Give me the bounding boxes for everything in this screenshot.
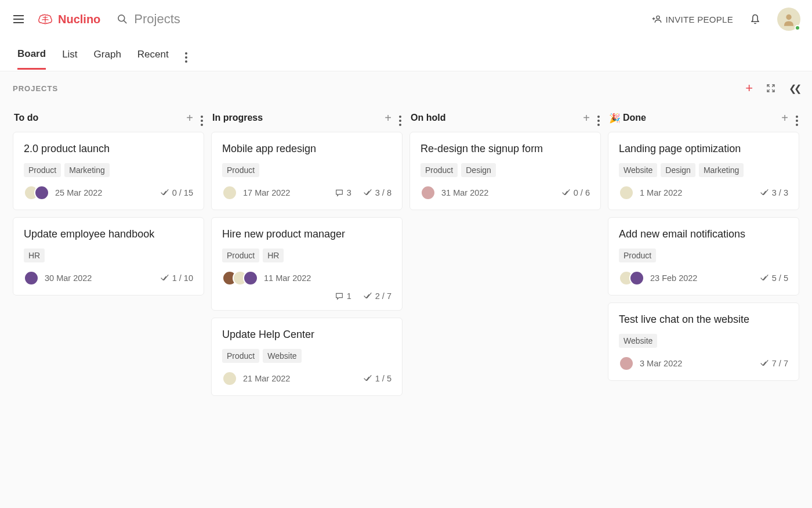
add-card-button[interactable]: + — [183, 111, 196, 124]
column-more-icon[interactable] — [201, 110, 203, 126]
checklist-count: 1 / 5 — [363, 374, 392, 383]
card-footer: 21 Mar 20221 / 5 — [222, 371, 392, 386]
breadcrumb[interactable]: Projects — [134, 12, 180, 27]
avatar — [619, 185, 634, 200]
card-date: 3 Mar 2022 — [640, 359, 682, 368]
tag: Website — [619, 334, 657, 348]
invite-people-button[interactable]: INVITE PEOPLE — [652, 14, 733, 24]
person-add-icon — [652, 14, 662, 24]
card-title: Hire new product manager — [222, 228, 392, 240]
checklist-count: 3 / 3 — [760, 188, 788, 197]
add-card-button[interactable]: + — [580, 111, 593, 124]
card-avatars — [222, 371, 237, 386]
card[interactable]: Hire new product managerProductHR11 Mar … — [211, 217, 403, 311]
tag: Product — [24, 163, 61, 177]
card-meta: 7 / 7 — [760, 359, 788, 368]
logo[interactable]: Nuclino — [37, 13, 100, 26]
card[interactable]: Landing page optimizationWebsiteDesignMa… — [608, 132, 799, 210]
tab-recent[interactable]: Recent — [137, 49, 169, 69]
presence-indicator — [795, 25, 800, 31]
menu-toggle[interactable] — [12, 12, 26, 26]
avatar — [34, 185, 49, 200]
card-footer: 30 Mar 20221 / 10 — [24, 271, 193, 286]
column-title[interactable]: On hold — [411, 113, 580, 123]
column-more-icon[interactable] — [796, 110, 798, 126]
card[interactable]: Re-design the signup formProductDesign31… — [409, 132, 601, 210]
card[interactable]: Mobile app redesignProduct17 Mar 202233 … — [211, 132, 403, 210]
card-title: Add new email notifications — [619, 228, 788, 240]
column-more-icon[interactable] — [399, 110, 401, 126]
column-header: To do+ — [13, 110, 204, 132]
card-footer: 11 Mar 2022 — [222, 271, 392, 286]
tag: Website — [619, 163, 657, 177]
tag: Product — [619, 248, 656, 262]
collapse-panel-icon[interactable]: ❮❮ — [789, 83, 799, 94]
search-icon — [117, 13, 128, 25]
tag: HR — [263, 248, 284, 262]
card[interactable]: Update employee handbookHR30 Mar 20221 /… — [13, 217, 204, 296]
current-user-avatar[interactable] — [777, 8, 800, 31]
avatar — [619, 356, 634, 371]
column-title[interactable]: To do — [14, 113, 183, 123]
card[interactable]: Update Help CenterProductWebsite21 Mar 2… — [211, 318, 403, 396]
checklist-icon — [363, 188, 372, 197]
card-date: 23 Feb 2022 — [650, 273, 697, 283]
svg-point-2 — [656, 16, 659, 19]
card-title: Mobile app redesign — [222, 143, 392, 155]
card-date: 21 Mar 2022 — [243, 374, 290, 383]
checklist-icon — [760, 188, 769, 197]
card-meta: 0 / 6 — [561, 188, 590, 197]
card-avatars — [619, 356, 634, 371]
add-column-button[interactable]: + — [745, 82, 753, 95]
column: 🎉Done+Landing page optimizationWebsiteDe… — [608, 110, 799, 396]
column-title[interactable]: In progress — [212, 113, 382, 123]
card-tags: HR — [24, 248, 193, 262]
card-meta: 3 / 3 — [760, 188, 788, 197]
checklist-icon — [363, 291, 372, 301]
card-tags: WebsiteDesignMarketing — [619, 163, 788, 177]
collapse-icon[interactable] — [766, 83, 776, 93]
tag: Product — [222, 248, 259, 262]
card[interactable]: 2.0 product launchProductMarketing25 Mar… — [13, 132, 204, 210]
comment-count: 3 — [335, 188, 351, 197]
add-card-button[interactable]: + — [382, 111, 394, 124]
checklist-count: 7 / 7 — [760, 359, 788, 368]
card-tags: ProductMarketing — [24, 163, 193, 177]
card-meta: 12 / 7 — [222, 291, 392, 301]
card[interactable]: Test live chat on the websiteWebsite3 Ma… — [608, 302, 799, 381]
tag: Design — [661, 163, 695, 177]
card-title: 2.0 product launch — [24, 143, 193, 155]
card-meta: 0 / 15 — [160, 188, 193, 197]
tag: Marketing — [64, 163, 109, 177]
search-area[interactable]: Projects — [117, 12, 651, 27]
column-cards: Mobile app redesignProduct17 Mar 202233 … — [211, 132, 403, 396]
topbar: Nuclino Projects INVITE PEOPLE — [0, 0, 812, 38]
tag: Product — [420, 163, 458, 177]
card-title: Update Help Center — [222, 329, 392, 341]
board-header: PROJECTS + ❮❮ — [13, 82, 799, 95]
tab-list[interactable]: List — [62, 49, 77, 69]
card-tags: ProductWebsite — [222, 349, 392, 363]
avatar — [243, 271, 258, 286]
bell-icon[interactable] — [749, 13, 761, 25]
card-title: Test live chat on the website — [619, 314, 788, 326]
avatar — [420, 185, 436, 200]
invite-label: INVITE PEOPLE — [666, 15, 733, 24]
checklist-count: 0 / 6 — [561, 188, 590, 197]
card[interactable]: Add new email notificationsProduct23 Feb… — [608, 217, 799, 296]
column-header: In progress+ — [211, 110, 403, 132]
tabs-more-icon[interactable] — [185, 46, 187, 71]
card-meta: 1 / 5 — [363, 374, 392, 383]
add-card-button[interactable]: + — [778, 111, 791, 124]
column-emoji: 🎉 — [609, 113, 621, 124]
tab-board[interactable]: Board — [17, 48, 46, 70]
card-tags: Website — [619, 334, 788, 348]
svg-point-3 — [786, 15, 791, 20]
card-date: 30 Mar 2022 — [45, 273, 92, 283]
card-date: 17 Mar 2022 — [243, 188, 290, 197]
column-title[interactable]: 🎉Done — [609, 113, 778, 124]
column-more-icon[interactable] — [597, 110, 600, 126]
avatar — [222, 371, 237, 386]
tag: Product — [222, 349, 259, 363]
tab-graph[interactable]: Graph — [94, 49, 121, 69]
